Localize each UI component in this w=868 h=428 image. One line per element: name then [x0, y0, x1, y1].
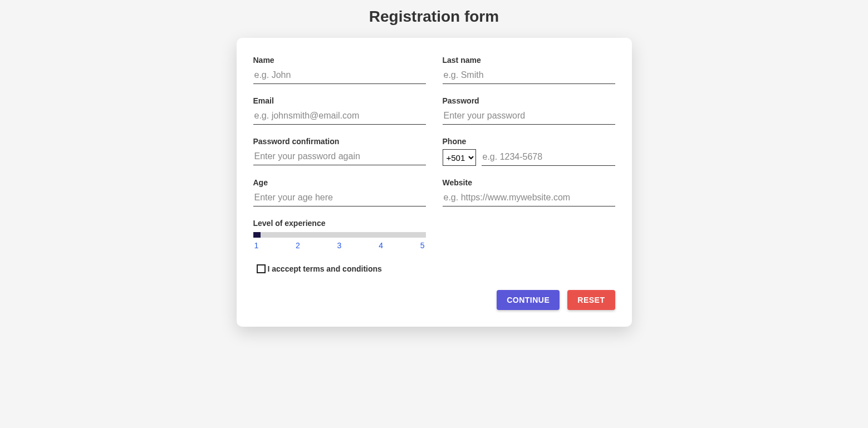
password-label: Password: [443, 96, 615, 105]
email-input[interactable]: [253, 109, 426, 125]
website-field-group: Website: [443, 178, 615, 206]
website-input[interactable]: [443, 190, 615, 206]
password-confirm-field-group: Password confirmation: [253, 137, 426, 166]
experience-slider-labels: 1 2 3 4 5: [253, 241, 426, 250]
experience-slider-thumb[interactable]: [253, 232, 261, 238]
phone-label: Phone: [443, 137, 615, 146]
experience-field-group: Level of experience 1 2 3 4 5: [253, 219, 426, 250]
last-name-input[interactable]: [443, 68, 615, 84]
last-name-label: Last name: [443, 56, 615, 65]
last-name-field-group: Last name: [443, 56, 615, 84]
email-label: Email: [253, 96, 426, 105]
registration-form-card: Name Last name Email Password Password c…: [237, 38, 632, 327]
name-label: Name: [253, 56, 426, 65]
terms-label: I acccept terms and conditions: [267, 264, 382, 273]
continue-button[interactable]: CONTINUE: [497, 290, 560, 310]
terms-checkbox-row: I acccept terms and conditions: [253, 264, 615, 273]
website-label: Website: [443, 178, 615, 187]
phone-number-input[interactable]: [482, 150, 615, 166]
slider-tick: 4: [379, 241, 383, 250]
button-row: CONTINUE RESET: [253, 290, 615, 310]
phone-field-group: Phone +501: [443, 137, 615, 166]
password-input[interactable]: [443, 109, 615, 125]
age-label: Age: [253, 178, 426, 187]
age-input[interactable]: [253, 190, 426, 206]
terms-checkbox[interactable]: [257, 264, 266, 273]
password-confirm-input[interactable]: [253, 149, 426, 165]
name-field-group: Name: [253, 56, 426, 84]
experience-slider[interactable]: [253, 232, 426, 238]
experience-label: Level of experience: [253, 219, 426, 228]
name-input[interactable]: [253, 68, 426, 84]
slider-tick: 5: [420, 241, 425, 250]
password-field-group: Password: [443, 96, 615, 125]
email-field-group: Email: [253, 96, 426, 125]
phone-country-code-select[interactable]: +501: [443, 149, 476, 166]
page-title: Registration form: [0, 0, 868, 33]
slider-tick: 2: [296, 241, 300, 250]
password-confirm-label: Password confirmation: [253, 137, 426, 146]
slider-tick: 1: [254, 241, 259, 250]
reset-button[interactable]: RESET: [567, 290, 615, 310]
age-field-group: Age: [253, 178, 426, 206]
slider-tick: 3: [337, 241, 342, 250]
